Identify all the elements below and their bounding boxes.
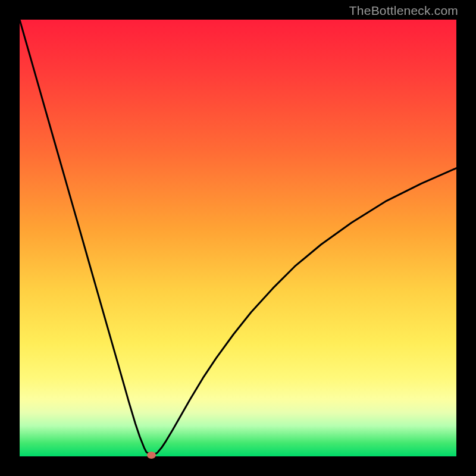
- watermark-text: TheBottleneck.com: [349, 4, 458, 18]
- bottleneck-curve: [20, 20, 456, 455]
- optimum-marker: [147, 452, 156, 459]
- plot-area: [20, 20, 456, 456]
- curve-svg: [20, 20, 456, 456]
- chart-container: TheBottleneck.com: [0, 0, 476, 476]
